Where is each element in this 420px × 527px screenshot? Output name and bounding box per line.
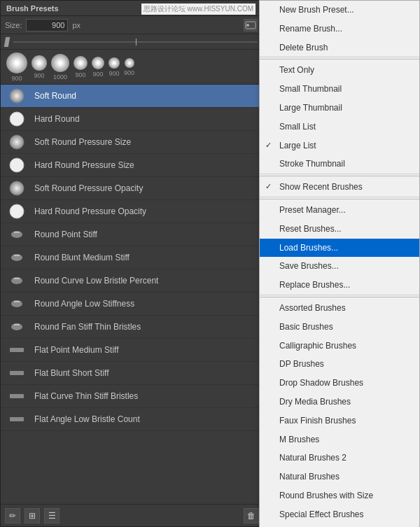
brush-list-item[interactable]: Hard Round xyxy=(1,108,262,131)
brush-circle-item[interactable]: 900 xyxy=(74,56,88,78)
menu-item[interactable]: Natural Brushes xyxy=(260,468,419,486)
menu-item[interactable]: Special Effect Brushes xyxy=(260,505,419,524)
size-label: Size: xyxy=(5,21,22,29)
size-control: Size: px xyxy=(1,16,262,34)
svg-rect-24 xyxy=(10,417,24,421)
svg-rect-20 xyxy=(14,324,20,325)
menu-item[interactable]: Rename Brush... xyxy=(260,20,419,38)
menu-separator xyxy=(260,59,419,59)
brush-list-item[interactable]: Round Point Stiff xyxy=(1,223,262,246)
brush-list-item[interactable]: Soft Round Pressure Size xyxy=(1,131,262,154)
menu-separator xyxy=(260,297,419,297)
menu-separator xyxy=(260,176,419,176)
brush-name-label: Flat Point Medium Stiff xyxy=(34,345,119,355)
menu-item[interactable]: Round Brushes with Size xyxy=(260,486,419,505)
brush-list-item[interactable]: Flat Blunt Short Stiff xyxy=(1,362,262,385)
brush-list-item[interactable]: Soft Round xyxy=(1,85,262,108)
brush-list-item[interactable]: Hard Round Pressure Opacity xyxy=(1,200,262,223)
new-brush-button[interactable]: ✏ xyxy=(5,508,20,524)
menu-item[interactable]: Preset Manager... xyxy=(260,201,419,220)
brush-list-item[interactable]: Round Blunt Medium Stiff xyxy=(1,246,262,269)
grid-view-button[interactable]: ⊞ xyxy=(24,508,40,524)
context-menu: New Brush Preset...Rename Brush...Delete… xyxy=(259,0,420,527)
brush-preview-icon xyxy=(6,295,27,312)
menu-item[interactable]: Large List xyxy=(260,136,419,155)
panel-bottom: ✏ ⊞ ☰ 🗑 xyxy=(1,504,263,526)
menu-item[interactable]: Text Only xyxy=(260,61,419,80)
brush-circle-item[interactable]: 900 xyxy=(31,55,47,79)
svg-rect-21 xyxy=(10,348,24,352)
svg-rect-23 xyxy=(10,394,24,398)
brush-name-label: Round Angle Low Stiffness xyxy=(34,299,134,309)
menu-item[interactable]: Large Thumbnail xyxy=(260,99,419,118)
menu-item[interactable]: Show Recent Brushes xyxy=(260,178,419,197)
menu-item[interactable]: Load Brushes... xyxy=(260,239,419,258)
menu-item[interactable]: Assorted Brushes xyxy=(260,299,419,318)
menu-item[interactable]: Stroke Thumbnail xyxy=(260,155,419,174)
brush-list-item[interactable]: Flat Point Medium Stiff xyxy=(1,339,262,362)
brush-list-item[interactable]: Round Curve Low Bristle Percent xyxy=(1,269,262,293)
menu-item[interactable]: Natural Brushes 2 xyxy=(260,449,419,468)
panel-title: Brush Presets xyxy=(6,4,59,13)
menu-section: Preset Manager...Reset Brushes...Load Br… xyxy=(260,201,419,295)
list-view-button[interactable]: ☰ xyxy=(44,508,59,524)
menu-item[interactable]: Reset Brushes... xyxy=(260,220,419,239)
brush-name-label: Flat Angle Low Bristle Count xyxy=(34,414,140,424)
brush-name-label: Round Blunt Medium Stiff xyxy=(34,253,130,262)
brush-name-label: Flat Curve Thin Stiff Bristles xyxy=(34,391,138,401)
brush-list: Soft RoundHard RoundSoft Round Pressure … xyxy=(1,85,262,505)
brush-list-item[interactable]: Flat Curve Thin Stiff Bristles xyxy=(1,385,262,408)
brush-name-label: Hard Round Pressure Opacity xyxy=(34,206,146,216)
menu-item[interactable]: Replace Brushes... xyxy=(260,276,419,295)
menu-item[interactable]: Faux Finish Brushes xyxy=(260,412,419,430)
brush-name-label: Hard Round Pressure Size xyxy=(34,160,134,170)
menu-item[interactable]: Save Brushes... xyxy=(260,257,419,276)
brush-circle-item[interactable]: 900 xyxy=(108,57,120,77)
brush-name-label: Soft Round Pressure Size xyxy=(34,137,131,147)
brush-circle-item[interactable]: 1000 xyxy=(51,54,69,80)
size-icon[interactable] xyxy=(244,19,258,31)
brush-preview-icon xyxy=(6,411,27,428)
brush-name-label: Round Fan Stiff Thin Bristles xyxy=(34,322,141,332)
menu-separator xyxy=(260,199,419,199)
menu-section: Assorted BrushesBasic BrushesCalligraphi… xyxy=(260,299,419,527)
brush-list-item[interactable]: Hard Round Pressure Size xyxy=(1,154,262,177)
brush-preview-icon xyxy=(6,272,27,289)
menu-item[interactable]: Drop Shadow Brushes xyxy=(260,374,419,393)
menu-item[interactable]: Basic Brushes xyxy=(260,318,419,337)
brush-circle-item[interactable]: 900 xyxy=(92,57,104,78)
brush-list-item[interactable]: Round Angle Low Stiffness xyxy=(1,293,262,316)
brush-list-item[interactable]: Soft Round Pressure Opacity xyxy=(1,177,262,200)
svg-rect-22 xyxy=(10,371,24,375)
brush-circles-row: 900 900 1000 900 900 900 900 xyxy=(1,50,262,85)
svg-rect-16 xyxy=(14,278,20,279)
watermark: 思路设计论坛 www.HISSYUN.COM xyxy=(141,3,255,15)
brush-circle-item[interactable]: 900 xyxy=(124,58,134,76)
brush-preview-icon xyxy=(6,249,27,266)
brush-list-item[interactable]: Round Fan Stiff Thin Bristles xyxy=(1,316,262,339)
brush-circle-item[interactable]: 900 xyxy=(6,52,27,82)
brush-name-label: Flat Blunt Short Stiff xyxy=(34,368,109,378)
menu-item[interactable]: M Brushes xyxy=(260,430,419,449)
brush-preview-icon xyxy=(6,203,27,220)
size-unit: px xyxy=(72,21,80,29)
delete-brush-button[interactable]: 🗑 xyxy=(244,508,259,524)
brush-preview-icon xyxy=(6,318,27,335)
brush-size-slider[interactable] xyxy=(13,41,258,43)
svg-point-3 xyxy=(10,89,24,103)
menu-item[interactable]: Small List xyxy=(260,118,419,136)
menu-item[interactable]: Small Thumbnail xyxy=(260,80,419,99)
brush-name-label: Soft Round Pressure Opacity xyxy=(34,183,143,193)
menu-item[interactable]: Square Brushes xyxy=(260,524,419,527)
menu-item[interactable]: Dry Media Brushes xyxy=(260,393,419,412)
menu-item[interactable]: Calligraphic Brushes xyxy=(260,337,419,356)
brush-name-label: Hard Round xyxy=(34,114,80,124)
brush-list-item[interactable]: Flat Angle Low Bristle Count xyxy=(1,408,262,431)
brush-presets-panel: Brush Presets « ☰ Size: px 900 900 xyxy=(0,0,262,527)
size-input[interactable] xyxy=(26,19,68,31)
brush-name-label: Soft Round xyxy=(34,91,76,101)
menu-section: Show Recent Brushes xyxy=(260,178,419,197)
menu-item[interactable]: Delete Brush xyxy=(260,38,419,57)
menu-item[interactable]: DP Brushes xyxy=(260,355,419,374)
menu-item[interactable]: New Brush Preset... xyxy=(260,1,419,20)
